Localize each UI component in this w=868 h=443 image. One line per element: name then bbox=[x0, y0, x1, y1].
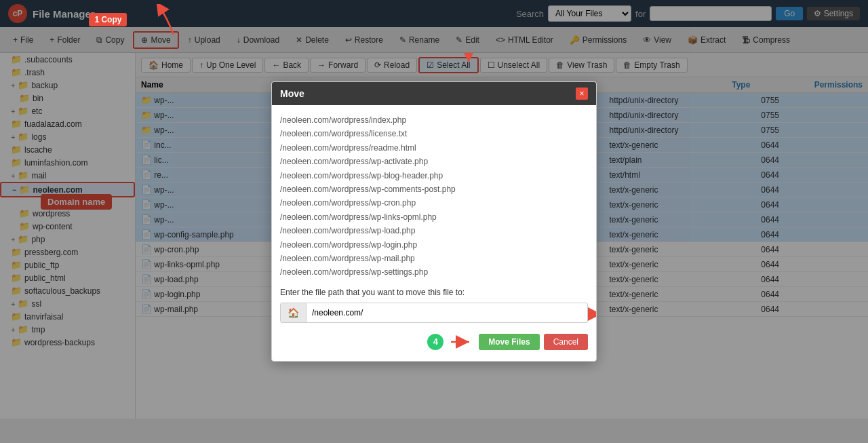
modal-prompt: Enter the file path that you want to mov… bbox=[280, 288, 588, 297]
modal-header: Move × bbox=[272, 82, 596, 105]
file-path-2: /neoleen.com/wordpress/license.txt bbox=[280, 127, 588, 140]
modal-file-list: /neoleen.com/wordpress/index.php /neolee… bbox=[280, 113, 588, 280]
move-files-button[interactable]: Move Files bbox=[479, 334, 539, 350]
modal-body: /neoleen.com/wordpress/index.php /neolee… bbox=[272, 105, 596, 361]
file-path-5: /neoleen.com/wordpress/wp-blog-header.ph… bbox=[280, 169, 588, 182]
modal-overlay: Move × /neoleen.com/wordpress/index.php … bbox=[0, 0, 868, 443]
modal-title: Move bbox=[280, 88, 304, 99]
move-modal: Move × /neoleen.com/wordpress/index.php … bbox=[271, 81, 597, 362]
modal-home-btn[interactable]: 🏠 bbox=[281, 303, 307, 322]
file-path-1: /neoleen.com/wordpress/index.php bbox=[280, 113, 588, 127]
modal-footer: 4 Move Files Cancel bbox=[280, 334, 588, 353]
file-path-7: /neoleen.com/wordpress/wp-cron.php bbox=[280, 196, 588, 210]
path-arrow bbox=[588, 304, 597, 324]
file-path-4: /neoleen.com/wordpress/wp-activate.php bbox=[280, 155, 588, 168]
file-path-11: /neoleen.com/wordpress/wp-mail.php bbox=[280, 252, 588, 265]
file-path-8: /neoleen.com/wordpress/wp-links-opml.php bbox=[280, 210, 588, 224]
file-path-3: /neoleen.com/wordpress/readme.html bbox=[280, 141, 588, 155]
cancel-button[interactable]: Cancel bbox=[544, 334, 588, 350]
file-path-12: /neoleen.com/wordpress/wp-settings.php bbox=[280, 265, 588, 279]
file-path-6: /neoleen.com/wordpress/wp-comments-post.… bbox=[280, 182, 588, 196]
file-path-10: /neoleen.com/wordpress/wp-login.php bbox=[280, 238, 588, 252]
modal-close-button[interactable]: × bbox=[576, 88, 588, 100]
modal-path-input[interactable] bbox=[307, 304, 587, 322]
annotation-bubble-4: 4 bbox=[427, 334, 443, 350]
file-path-9: /neoleen.com/wordpress/wp-load.php bbox=[280, 224, 588, 237]
move-files-arrow bbox=[448, 335, 475, 349]
modal-input-row: 🏠 bbox=[280, 303, 588, 323]
